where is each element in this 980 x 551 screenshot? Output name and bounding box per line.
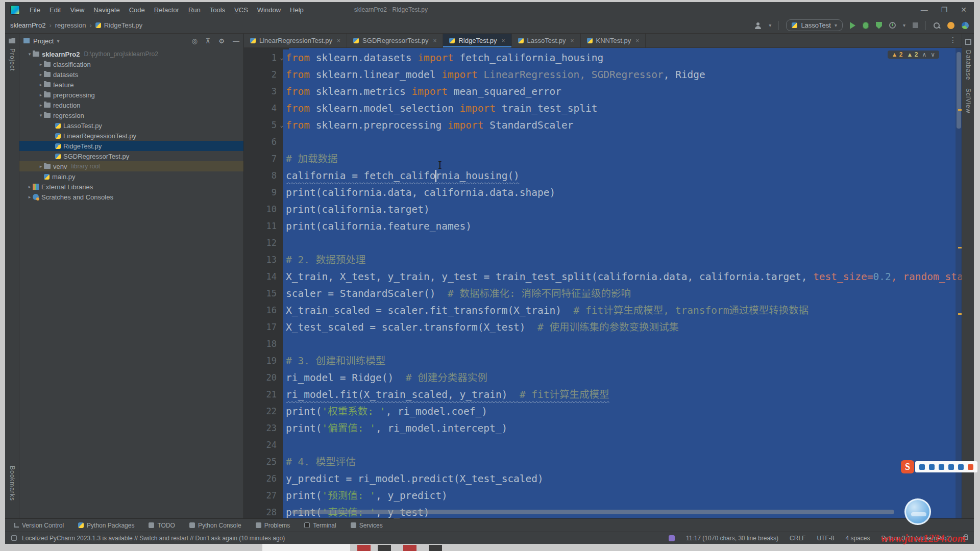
code-line[interactable]: 22print('权重系数: ', ri_model.coef_) bbox=[244, 403, 962, 420]
toolwindow-python-console[interactable]: Python Console bbox=[189, 522, 241, 529]
toolwindow-services[interactable]: Services bbox=[351, 522, 383, 529]
code-line-content[interactable]: california = fetch_california_housing() bbox=[283, 167, 962, 184]
code-line-content[interactable]: from sklearn.preprocessing import Standa… bbox=[283, 117, 962, 134]
code-line-content[interactable]: scaler = StandardScaler() # 数据标准化: 消除不同特… bbox=[283, 285, 962, 302]
breadcrumb-item[interactable]: sklearnPro2 bbox=[10, 21, 45, 29]
user-icon[interactable] bbox=[754, 22, 762, 29]
toolwindow-terminal[interactable]: Terminal bbox=[304, 522, 336, 529]
menu-code[interactable]: Code bbox=[125, 5, 150, 15]
code-line[interactable]: 21ri_model.fit(X_train_scaled, y_train) … bbox=[244, 386, 962, 403]
tab-linearregressiontest[interactable]: LinearRegressionTest.py× bbox=[244, 34, 347, 47]
toolwindow-python-packages[interactable]: Python Packages bbox=[78, 522, 134, 529]
menu-tools[interactable]: Tools bbox=[205, 5, 230, 15]
tab-close-icon[interactable]: × bbox=[635, 37, 639, 44]
sogou-logo-icon[interactable]: S bbox=[901, 460, 914, 473]
profiler-button[interactable] bbox=[889, 22, 896, 29]
line-separator[interactable]: CRLF bbox=[790, 535, 805, 542]
ime-icon[interactable] bbox=[968, 464, 973, 470]
tree-item-linearregressiontest-py[interactable]: LinearRegressionTest.py bbox=[19, 131, 243, 141]
tool-stripe-sciview[interactable]: SciView bbox=[965, 88, 972, 113]
status-message[interactable]: Localized PyCharm 2023.1.3 is available … bbox=[22, 535, 285, 542]
code-line-content[interactable] bbox=[283, 134, 962, 151]
tree-item-ridgetest-py[interactable]: RidgeTest.py bbox=[19, 141, 243, 151]
debug-button[interactable] bbox=[863, 22, 869, 29]
code-line-content[interactable]: from sklearn.datasets import fetch_calif… bbox=[283, 49, 962, 66]
ime-icon[interactable] bbox=[919, 464, 925, 470]
code-line-content[interactable]: from sklearn.model_selection import trai… bbox=[283, 100, 962, 117]
tab-ridgetest[interactable]: RidgeTest.py× bbox=[443, 34, 511, 47]
assistant-icon[interactable] bbox=[669, 535, 675, 541]
code-line-content[interactable]: y_predict = ri_model.predict(X_test_scal… bbox=[283, 470, 962, 487]
chevron-down-icon[interactable]: ▾ bbox=[57, 38, 59, 44]
menu-edit[interactable]: Edit bbox=[45, 5, 65, 15]
code-line-content[interactable] bbox=[283, 336, 962, 353]
code-line[interactable]: 19# 3. 创建和训练模型 bbox=[244, 353, 962, 369]
ime-icon[interactable] bbox=[929, 464, 935, 470]
code-line[interactable]: 2from sklearn.linear_model import Linear… bbox=[244, 66, 962, 83]
caret-position[interactable]: 11:17 (1070 chars, 30 line breaks) bbox=[686, 535, 778, 542]
tool-stripe-project[interactable]: Project bbox=[9, 48, 16, 71]
code-line[interactable]: 20ri_model = Ridge() # 创建分类器实例 bbox=[244, 369, 962, 386]
project-tool-icon[interactable] bbox=[9, 38, 15, 43]
menu-help[interactable]: Help bbox=[285, 5, 308, 15]
code-line-content[interactable]: print(california.feature_names) bbox=[283, 218, 962, 235]
tool-window-toggle-icon[interactable] bbox=[11, 535, 17, 541]
tree-item-feature[interactable]: ▸feature bbox=[19, 80, 243, 90]
code-line[interactable]: 18 bbox=[244, 336, 962, 353]
tree-item-sklearnpro2[interactable]: ▾sklearnPro2D:\python_proj\sklearnPro2 bbox=[19, 49, 243, 59]
panel-settings-icon[interactable]: ⚙ bbox=[218, 37, 225, 45]
code-editor[interactable]: 1⌄from sklearn.datasets import fetch_cal… bbox=[244, 48, 962, 518]
code-line[interactable]: 3from sklearn.metrics import mean_square… bbox=[244, 83, 962, 100]
code-line[interactable]: 13# 2. 数据预处理 bbox=[244, 252, 962, 268]
tree-arrow-icon[interactable]: ▸ bbox=[27, 194, 33, 199]
hide-panel-icon[interactable]: — bbox=[233, 37, 239, 45]
tree-arrow-icon[interactable]: ▸ bbox=[38, 103, 44, 108]
plugin-icon[interactable] bbox=[962, 22, 969, 29]
locate-file-icon[interactable]: ◎ bbox=[191, 37, 197, 45]
chevron-down-icon[interactable]: ▾ bbox=[903, 22, 905, 28]
menu-vcs[interactable]: VCS bbox=[230, 5, 253, 15]
tree-arrow-icon[interactable]: ▸ bbox=[38, 164, 44, 169]
code-line[interactable]: 14X_train, X_test, y_train, y_test = tra… bbox=[244, 268, 962, 285]
tree-arrow-icon[interactable]: ▸ bbox=[38, 72, 44, 77]
tab-sgdregressortest[interactable]: SGDRegressorTest.py× bbox=[347, 34, 443, 47]
toolwindow-version-control[interactable]: Version Control bbox=[14, 522, 64, 529]
breadcrumb-item[interactable]: regression bbox=[55, 21, 86, 29]
code-line[interactable]: 12 bbox=[244, 235, 962, 252]
menu-refactor[interactable]: Refactor bbox=[150, 5, 184, 15]
tab-close-icon[interactable]: × bbox=[502, 37, 505, 44]
run-configuration-select[interactable]: LassoTest ▾ bbox=[786, 19, 843, 31]
menu-run[interactable]: Run bbox=[184, 5, 205, 15]
code-line[interactable]: 23print('偏置值: ', ri_model.intercept_) bbox=[244, 420, 962, 437]
toolwindow-problems[interactable]: Problems bbox=[256, 522, 290, 529]
code-line[interactable]: 16X_train_scaled = scaler.fit_transform(… bbox=[244, 302, 962, 319]
code-line-content[interactable] bbox=[283, 235, 962, 252]
code-line[interactable]: 6 bbox=[244, 134, 962, 151]
ime-icon[interactable] bbox=[948, 464, 954, 470]
ime-icon[interactable] bbox=[939, 464, 944, 470]
inspection-widget[interactable]: ▲ 2 ▲ 2 ∧ ∨ bbox=[888, 51, 939, 59]
code-line-content[interactable]: # 加载数据 bbox=[283, 151, 962, 167]
sogou-input-toolbar[interactable]: S bbox=[901, 460, 977, 473]
tree-item-regression[interactable]: ▾regression bbox=[19, 110, 243, 120]
code-line-content[interactable]: ri_model = Ridge() # 创建分类器实例 bbox=[283, 369, 962, 386]
tree-item-reduction[interactable]: ▸reduction bbox=[19, 100, 243, 110]
code-line-content[interactable]: print('偏置值: ', ri_model.intercept_) bbox=[283, 420, 962, 437]
tree-item-sgdregressortest-py[interactable]: SGDRegressorTest.py bbox=[19, 151, 243, 161]
tree-item-main-py[interactable]: main.py bbox=[19, 171, 243, 182]
collapse-all-icon[interactable]: ⊼ bbox=[206, 37, 211, 45]
code-line-content[interactable]: from sklearn.linear_model import LinearR… bbox=[283, 66, 962, 83]
toolwindow-todo[interactable]: TODO bbox=[149, 522, 175, 529]
horizontal-scrollbar[interactable] bbox=[292, 510, 894, 514]
tree-item-external-libraries[interactable]: ▸External Libraries bbox=[19, 182, 243, 192]
tab-close-icon[interactable]: × bbox=[570, 37, 574, 44]
code-line-content[interactable]: print(california.data, california.data.s… bbox=[283, 184, 962, 201]
tree-arrow-icon[interactable]: ▸ bbox=[38, 62, 44, 67]
menu-view[interactable]: View bbox=[65, 5, 89, 15]
code-line[interactable]: 9print(california.data, california.data.… bbox=[244, 184, 962, 201]
code-line[interactable]: 4from sklearn.model_selection import tra… bbox=[244, 100, 962, 117]
code-line[interactable]: 10print(california.target) bbox=[244, 201, 962, 218]
tab-lassotest[interactable]: LassoTest.py× bbox=[512, 34, 581, 47]
tree-item-scratches-and-consoles[interactable]: ▸Scratches and Consoles bbox=[19, 192, 243, 202]
code-line-content[interactable]: print(california.target) bbox=[283, 201, 962, 218]
